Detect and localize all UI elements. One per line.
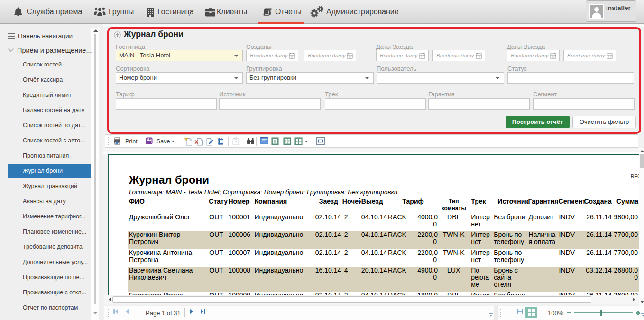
svg-text:?: ?: [234, 140, 237, 144]
